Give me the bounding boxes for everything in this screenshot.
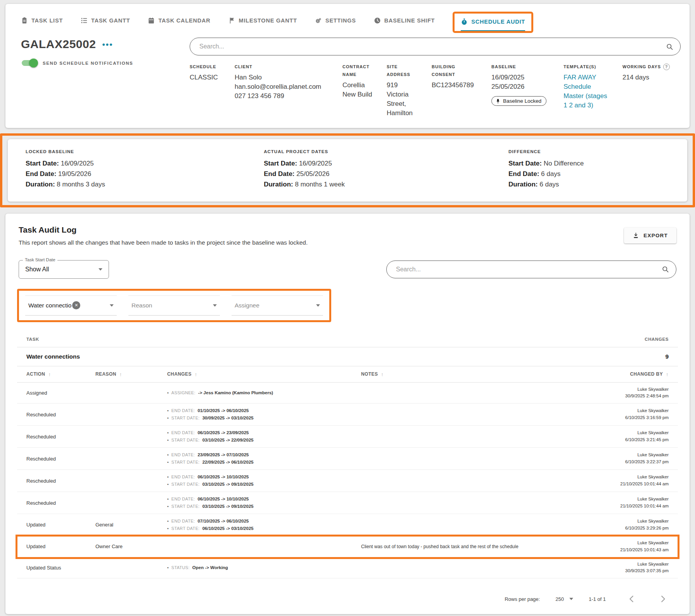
action-cell: Rescheduled (26, 478, 95, 484)
change-value: 23/09/2025 -> 07/10/2025 (197, 451, 249, 459)
project-search-input[interactable] (199, 43, 666, 50)
changed-by-cell: Luke Skywalker30/9/2025 3:07:35 pm (574, 561, 669, 575)
project-search (190, 38, 681, 55)
change-value: 07/10/2025 -> 06/10/2025 (197, 518, 249, 525)
changed-by-timestamp: 21/10/2025 10:01:44 am (574, 503, 669, 510)
audit-search-input[interactable] (395, 266, 662, 273)
info-contract-name: CONTRACT NAME Corellia New Build (342, 63, 373, 118)
task-group-name: Water connections (26, 353, 80, 360)
table-row: RescheduledEND DATE:06/10/2025 -> 10/10/… (17, 470, 678, 492)
stopwatch-icon (461, 18, 468, 25)
table-row: RescheduledEND DATE:01/10/2025 -> 06/10/… (17, 404, 678, 426)
changes-cell: END DATE:06/10/2025 -> 10/10/2025START D… (167, 473, 361, 488)
previous-page-button[interactable] (628, 595, 636, 603)
audit-table-column-headers: ACTION↑ REASON↑ CHANGES↑ NOTES↑ CHANGED … (17, 366, 678, 383)
tab-task-list[interactable]: TASK LIST (21, 13, 63, 24)
changed-by-name: Luke Skywalker (574, 386, 669, 393)
help-icon[interactable]: ? (663, 64, 670, 70)
search-icon[interactable] (662, 266, 669, 273)
reason-filter-select[interactable]: Reason (128, 295, 220, 316)
change-label: END DATE: (171, 407, 195, 414)
task-start-date-label: Task Start Date (23, 257, 57, 262)
clock-icon (374, 17, 381, 24)
change-label: END DATE: (171, 451, 195, 458)
change-value: 03/10/2025 -> 09/10/2025 (202, 481, 254, 488)
change-item: END DATE:06/10/2025 -> 23/09/2025 (167, 429, 361, 437)
assignee-filter-placeholder: Assignee (235, 302, 259, 309)
sort-notes[interactable]: NOTES↑ (361, 371, 574, 377)
active-tab-underline (461, 30, 525, 31)
sort-action[interactable]: ACTION↑ (26, 371, 95, 377)
table-row: RescheduledEND DATE:06/10/2025 -> 10/10/… (17, 492, 678, 514)
project-header-card: TASK LIST TASK GANTT TASK CALENDAR MILES… (5, 4, 690, 128)
task-audit-log-card: Task Audit Log This report shows all the… (5, 214, 690, 614)
change-value: 06/10/2025 -> 10/10/2025 (197, 473, 249, 481)
pagination: Rows per page: 250 1-1 of 1 (17, 595, 678, 603)
notifications-label: SEND SCHEDULE NOTIFICATIONS (43, 61, 133, 66)
info-baseline: BASELINE 16/09/2025 25/05/2026 Baseline … (491, 63, 550, 118)
project-info-row: SCHEDULE CLASSIC CLIENT Han Solo han.sol… (190, 63, 681, 118)
change-label: END DATE: (171, 518, 195, 525)
baseline-locked-chip: Baseline Locked (491, 96, 546, 106)
change-label: START DATE: (171, 459, 200, 466)
sort-changed-by[interactable]: CHANGED BY↑ (574, 371, 669, 377)
changed-by-timestamp: 6/10/2025 3:16:59 pm (574, 414, 669, 421)
highlight-box-schedule-audit-tab: SCHEDULE AUDIT (453, 12, 533, 33)
task-start-date-select[interactable]: Task Start Date Show All (19, 260, 109, 279)
project-menu-dots[interactable]: ••• (102, 40, 113, 48)
change-value: 22/09/2025 -> 06/10/2025 (202, 459, 254, 466)
tab-schedule-audit[interactable]: SCHEDULE AUDIT (461, 14, 525, 25)
task-filter-value: Water connectio (28, 302, 71, 309)
change-label: END DATE: (171, 473, 195, 480)
tab-baseline-shift[interactable]: BASELINE SHIFT (374, 13, 435, 24)
export-button[interactable]: EXPORT (624, 228, 676, 243)
audit-table-body: AssignedASSIGNEE:-> Jess Kamino (Kamino … (17, 383, 678, 579)
tab-task-gantt[interactable]: TASK GANTT (81, 13, 130, 24)
list-icon (81, 17, 88, 24)
rows-per-page-select[interactable]: 250 (555, 596, 573, 602)
change-value: 06/10/2025 -> 23/09/2025 (197, 429, 249, 437)
clear-filter-icon[interactable]: ✕ (72, 301, 80, 309)
difference-column: DIFFERENCE Start Date: No Difference End… (508, 149, 669, 190)
task-group-row: Water connections 9 (17, 347, 678, 366)
tab-settings[interactable]: SETTINGS (315, 13, 356, 24)
changes-column-header: CHANGES (645, 337, 669, 342)
change-item: END DATE:01/10/2025 -> 06/10/2025 (167, 407, 361, 414)
notifications-toggle[interactable] (22, 60, 36, 66)
change-item: START DATE:30/09/2025 -> 03/10/2025 (167, 414, 361, 422)
audit-description: This report shows all the changes that h… (19, 239, 308, 246)
task-filter-select[interactable]: Water connectio ✕ (25, 295, 117, 316)
actual-dates-column: ACTUAL PROJECT DATES Start Date: 16/09/2… (264, 149, 508, 190)
assignee-filter-select[interactable]: Assignee (232, 295, 323, 316)
change-value: 01/10/2025 -> 06/10/2025 (197, 407, 249, 414)
change-item: END DATE:06/10/2025 -> 10/10/2025 (167, 495, 361, 503)
template-link[interactable]: FAR AWAY Schedule Master (stages 1 2 and… (564, 73, 609, 110)
sort-reason[interactable]: REASON↑ (95, 371, 167, 377)
tab-task-calendar[interactable]: TASK CALENDAR (148, 13, 210, 24)
chevron-left-icon (628, 595, 636, 603)
sort-changes[interactable]: CHANGES↑ (167, 371, 361, 377)
change-label: START DATE: (171, 414, 200, 421)
reason-filter-placeholder: Reason (131, 302, 152, 309)
tab-milestone-gantt[interactable]: MILESTONE GANTT (228, 13, 297, 24)
change-label: START DATE: (171, 437, 200, 443)
search-icon[interactable] (666, 43, 673, 50)
changed-by-cell: Luke Skywalker6/10/2025 3:22:37 pm (574, 452, 669, 466)
change-item: END DATE:06/10/2025 -> 10/10/2025 (167, 473, 361, 481)
changes-cell: ASSIGNEE:-> Jess Kamino (Kamino Plumbers… (167, 389, 361, 397)
pagination-range: 1-1 of 1 (589, 596, 606, 602)
changed-by-name: Luke Skywalker (574, 452, 669, 459)
info-working-days: WORKING DAYS? 214 days (622, 63, 681, 118)
sort-arrow-icon: ↑ (195, 371, 197, 377)
table-row: Updated StatusSTATUS:Open -> WorkingLuke… (17, 557, 678, 579)
change-label: END DATE: (171, 495, 195, 502)
next-page-button[interactable] (659, 595, 667, 603)
change-value: 06/10/2025 -> 03/10/2025 (202, 525, 254, 532)
change-value: 03/10/2025 -> 22/09/2025 (202, 437, 254, 444)
table-row: RescheduledEND DATE:06/10/2025 -> 23/09/… (17, 426, 678, 448)
calendar-icon (148, 17, 155, 24)
changes-list: END DATE:01/10/2025 -> 06/10/2025START D… (167, 407, 361, 422)
chevron-down-icon (569, 598, 573, 600)
changes-list: END DATE:07/10/2025 -> 06/10/2025START D… (167, 518, 361, 532)
change-item: END DATE:23/09/2025 -> 07/10/2025 (167, 451, 361, 459)
